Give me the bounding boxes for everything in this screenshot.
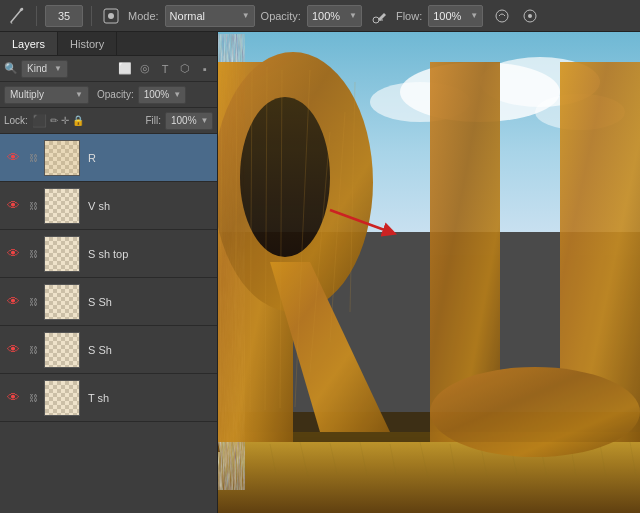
type-filter-icon[interactable]: T — [157, 63, 173, 75]
toolbar-sep-2 — [91, 6, 92, 26]
search-icon: 🔍 — [4, 62, 18, 75]
layer-row[interactable]: 👁 ⛓ S Sh — [0, 326, 217, 374]
layer-name: S sh top — [88, 248, 213, 260]
layer-thumbnail — [44, 140, 80, 176]
layer-name: S Sh — [88, 296, 213, 308]
layer-name: R — [88, 152, 213, 164]
layer-row[interactable]: 👁 ⛓ R — [0, 134, 217, 182]
opacity-chevron-icon: ▼ — [349, 11, 357, 20]
layer-row[interactable]: 👁 ⛓ V sh — [0, 182, 217, 230]
flow-label: Flow: — [396, 10, 422, 22]
lock-all-icon[interactable]: 🔒 — [72, 115, 84, 126]
kind-dropdown[interactable]: Kind ▼ — [21, 60, 68, 78]
fill-label: Fill: — [145, 115, 161, 126]
lock-fill-row: Lock: ⬛ ✏ ✛ 🔒 Fill: 100% ▼ — [0, 108, 217, 134]
layer-thumbnail — [44, 236, 80, 272]
lock-position-icon[interactable]: ✛ — [61, 115, 69, 126]
svg-point-57 — [430, 367, 640, 457]
tab-layers[interactable]: Layers — [0, 32, 58, 55]
mode-label: Mode: — [128, 10, 159, 22]
svg-point-44 — [240, 97, 330, 257]
opacity-panel-input[interactable]: 100% ▼ — [138, 86, 186, 104]
lock-label: Lock: — [4, 115, 28, 126]
layer-visibility-icon[interactable]: 👁 — [4, 341, 22, 359]
tab-history[interactable]: History — [58, 32, 117, 55]
layer-link-icon: ⛓ — [26, 295, 40, 309]
pixel-filter-icon[interactable]: ⬜ — [117, 62, 133, 75]
panel-search-row: 🔍 Kind ▼ ⬜ ◎ T ⬡ ▪ — [0, 56, 217, 82]
layer-name: S Sh — [88, 344, 213, 356]
svg-point-7 — [528, 14, 532, 18]
layer-name: T sh — [88, 392, 213, 404]
blend-mode-dropdown[interactable]: Multiply ▼ — [4, 86, 89, 104]
layer-link-icon: ⛓ — [26, 247, 40, 261]
layer-row[interactable]: 👁 ⛓ S Sh — [0, 278, 217, 326]
layer-name: V sh — [88, 200, 213, 212]
layer-visibility-icon[interactable]: 👁 — [4, 245, 22, 263]
layer-visibility-icon[interactable]: 👁 — [4, 197, 22, 215]
layers-panel: Layers History 🔍 Kind ▼ ⬜ ◎ T ⬡ ▪ Multip… — [0, 32, 218, 513]
layers-list: 👁 ⛓ R 👁 ⛓ V sh 👁 ⛓ S sh top � — [0, 134, 217, 513]
fill-input[interactable]: 100% ▼ — [165, 112, 213, 130]
shape-filter-icon[interactable]: ⬡ — [177, 62, 193, 75]
blend-chevron-icon: ▼ — [75, 90, 83, 99]
mode-dropdown[interactable]: Normal ▼ — [165, 5, 255, 27]
lock-brush-icon[interactable]: ✏ — [50, 115, 58, 126]
opacity-panel-chevron-icon: ▼ — [173, 90, 181, 99]
flow-dropdown[interactable]: 100% ▼ — [428, 5, 483, 27]
svg-point-2 — [108, 13, 114, 19]
layer-visibility-icon[interactable]: 👁 — [4, 149, 22, 167]
panel-tabs: Layers History — [0, 32, 217, 56]
brush-size-input[interactable]: 35 — [45, 5, 83, 27]
opacity-label: Opacity: — [261, 10, 301, 22]
svg-point-3 — [373, 17, 379, 23]
opacity-dropdown[interactable]: 100% ▼ — [307, 5, 362, 27]
layer-link-icon: ⛓ — [26, 199, 40, 213]
toolbar-sep-1 — [36, 6, 37, 26]
main-toolbar: 35 Mode: Normal ▼ Opacity: 100% ▼ Flow: … — [0, 0, 640, 32]
layer-row[interactable]: 👁 ⛓ T sh — [0, 374, 217, 422]
layer-link-icon: ⛓ — [26, 343, 40, 357]
layer-thumbnail — [44, 284, 80, 320]
layer-link-icon: ⛓ — [26, 391, 40, 405]
opacity-panel-label: Opacity: — [97, 89, 134, 100]
flow-chevron-icon: ▼ — [470, 11, 478, 20]
smart-filter-icon[interactable]: ▪ — [197, 63, 213, 75]
erase-history-icon[interactable] — [519, 5, 541, 27]
lock-icons: ⬛ ✏ ✛ 🔒 — [32, 114, 84, 128]
lock-pixels-icon[interactable]: ⬛ — [32, 114, 47, 128]
brush-preset-icon[interactable] — [100, 5, 122, 27]
layer-visibility-icon[interactable]: 👁 — [4, 293, 22, 311]
panel-filter-icons: ⬜ ◎ T ⬡ ▪ — [117, 62, 213, 75]
layer-link-icon: ⛓ — [26, 151, 40, 165]
brush-tool-icon[interactable] — [6, 5, 28, 27]
kind-chevron-icon: ▼ — [54, 64, 62, 73]
layer-visibility-icon[interactable]: 👁 — [4, 389, 22, 407]
mode-chevron-icon: ▼ — [242, 11, 250, 20]
adjustment-filter-icon[interactable]: ◎ — [137, 62, 153, 75]
tablet-pressure-icon[interactable] — [491, 5, 513, 27]
layer-thumbnail — [44, 188, 80, 224]
layer-row[interactable]: 👁 ⛓ S sh top — [0, 230, 217, 278]
svg-point-5 — [496, 10, 508, 22]
airbrush-icon[interactable] — [368, 5, 390, 27]
fill-chevron-icon: ▼ — [201, 116, 209, 125]
blend-mode-row: Multiply ▼ Opacity: 100% ▼ — [0, 82, 217, 108]
layer-thumbnail — [44, 332, 80, 368]
layer-thumbnail — [44, 380, 80, 416]
